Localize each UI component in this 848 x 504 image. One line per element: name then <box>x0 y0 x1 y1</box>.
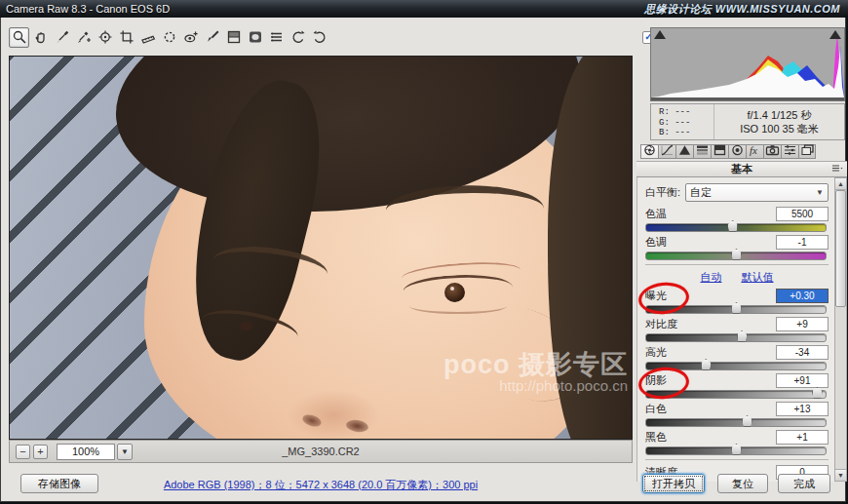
tool-spot-removal-button[interactable] <box>159 27 179 48</box>
tint-slider-thumb[interactable] <box>731 249 742 260</box>
shadows-slider-track[interactable] <box>645 390 827 399</box>
effects-tab-icon: fx <box>748 144 762 159</box>
slider-row-temperature: 色温 5500 <box>645 207 829 232</box>
panel-tabs: fx <box>640 144 816 159</box>
tool-red-eye-button[interactable] <box>180 27 201 48</box>
slider-row-whites: 白色 +13 <box>645 402 829 427</box>
slider-row-tint: 色调 -1 <box>645 235 829 260</box>
tab-tone-curve[interactable] <box>658 144 675 159</box>
exif-info-box: R: --- G: --- B: --- f/1.4 1/125 秒 ISO 1… <box>650 103 845 140</box>
contrast-value-field[interactable]: +9 <box>776 317 829 331</box>
histogram-plot <box>651 28 844 100</box>
exposure-value-field[interactable]: +0.30 <box>776 289 829 303</box>
tint-value-field[interactable]: -1 <box>776 235 829 250</box>
histogram[interactable] <box>650 27 845 101</box>
tool-zoom-button[interactable] <box>9 27 29 48</box>
zoom-level-field[interactable]: 100% <box>57 444 115 460</box>
straighten-icon <box>140 29 156 45</box>
tool-straighten-button[interactable] <box>137 27 158 48</box>
exif-readout: f/1.4 1/125 秒 ISO 100 35 毫米 <box>714 104 844 139</box>
shadows-value-field[interactable]: +91 <box>776 373 829 388</box>
tool-crop-button[interactable] <box>116 27 136 48</box>
white-balance-value: 自定 <box>690 185 712 200</box>
whites-value-field[interactable]: +13 <box>776 402 829 416</box>
highlights-slider-track[interactable] <box>645 362 827 370</box>
tool-graduated-filter-button[interactable] <box>223 27 244 48</box>
reset-button[interactable]: 复位 <box>717 474 768 493</box>
blacks-slider-track[interactable] <box>645 446 827 455</box>
tab-split-toning[interactable] <box>711 144 728 159</box>
whites-slider-track[interactable] <box>645 418 827 427</box>
tool-white-balance-button[interactable] <box>52 27 72 48</box>
tab-snapshots[interactable] <box>798 144 816 159</box>
scrollbar-thumb[interactable] <box>835 190 846 307</box>
rgb-readout: R: --- G: --- B: --- <box>651 104 714 139</box>
tool-targeted-adjustment-button[interactable] <box>95 27 115 48</box>
tool-rotate-right-button[interactable] <box>309 27 329 48</box>
white-balance-select[interactable]: 自定 ▼ <box>685 183 829 202</box>
divider <box>645 264 829 265</box>
open-copy-button[interactable]: 打开拷贝 <box>642 474 705 493</box>
photo-nose-shadow <box>287 390 380 440</box>
tab-lens-corrections[interactable] <box>728 144 746 159</box>
tool-hand-button[interactable] <box>30 27 51 48</box>
whites-slider-thumb[interactable] <box>742 415 752 427</box>
toolbar: ✓ 预览 <box>9 24 652 50</box>
magnifier-icon <box>12 29 27 45</box>
panel-header: 基本 <box>636 161 847 177</box>
highlight-clipping-indicator[interactable] <box>829 30 841 39</box>
image-canvas[interactable]: poco 摄影专区 http://photo.poco.cn <box>9 56 633 440</box>
exposure-slider-track[interactable] <box>645 305 827 314</box>
tool-radial-filter-button[interactable] <box>245 27 265 48</box>
zoom-level-dropdown[interactable]: ▼ <box>117 444 133 460</box>
tool-color-sampler-button[interactable] <box>73 27 94 48</box>
white-balance-eyedropper-icon <box>55 29 70 45</box>
tool-preferences-button[interactable] <box>266 27 287 48</box>
tool-adjustment-brush-button[interactable] <box>202 27 222 48</box>
white-balance-label: 白平衡: <box>645 185 680 200</box>
panel-menu-icon[interactable] <box>831 164 843 175</box>
highlights-slider-thumb[interactable] <box>701 359 712 370</box>
zoom-in-button[interactable]: + <box>33 445 48 459</box>
tab-presets[interactable] <box>781 144 798 159</box>
slider-row-blacks: 黑色 +1 <box>645 430 829 455</box>
blacks-slider-thumb[interactable] <box>731 444 742 455</box>
scroll-up-arrow[interactable]: ▲ <box>835 178 846 190</box>
tone-links-row: 自动 默认值 <box>645 270 829 285</box>
window-title: Camera Raw 8.3 - Canon EOS 6D <box>0 3 170 15</box>
slider-row-shadows: 阴影 +91 <box>645 373 829 399</box>
b-value: --- <box>675 128 690 137</box>
temperature-slider-thumb[interactable] <box>727 220 738 232</box>
tab-camera-calibration[interactable] <box>763 144 781 159</box>
temperature-slider-track[interactable] <box>645 223 827 232</box>
panel-scrollbar[interactable]: ▲ ▼ <box>834 177 847 482</box>
iso-focal-info: ISO 100 35 毫米 <box>714 122 844 136</box>
shadow-clipping-indicator[interactable] <box>654 30 666 39</box>
temperature-value-field[interactable]: 5500 <box>776 207 829 221</box>
divider <box>645 459 829 460</box>
zoom-out-button[interactable]: − <box>16 445 30 459</box>
blacks-value-field[interactable]: +1 <box>776 430 829 445</box>
tab-effects[interactable]: fx <box>746 144 763 159</box>
exposure-slider-thumb[interactable] <box>731 302 742 314</box>
tool-rotate-left-button[interactable] <box>288 27 308 48</box>
wb-sliders-group: 色温 5500 色调 -1 <box>645 207 829 260</box>
window-titlebar[interactable]: Camera Raw 8.3 - Canon EOS 6D 思缘设计论坛 WWW… <box>0 0 848 18</box>
contrast-slider-thumb[interactable] <box>737 330 748 342</box>
contrast-slider-track[interactable] <box>645 333 827 342</box>
default-link[interactable]: 默认值 <box>742 270 774 285</box>
tab-detail[interactable] <box>675 144 693 159</box>
tab-basic[interactable] <box>640 144 658 159</box>
done-button[interactable]: 完成 <box>778 474 830 493</box>
tone-curve-tab-icon <box>660 144 675 159</box>
highlights-value-field[interactable]: -34 <box>776 345 829 360</box>
shadows-slider-thumb[interactable] <box>812 387 823 399</box>
spot-removal-icon <box>162 29 177 45</box>
temperature-label: 色温 <box>645 207 667 221</box>
auto-link[interactable]: 自动 <box>701 270 722 285</box>
camera-raw-window: Camera Raw 8.3 - Canon EOS 6D 思缘设计论坛 WWW… <box>0 0 848 504</box>
photo-watermark: poco 摄影专区 http://photo.poco.cn <box>443 351 628 394</box>
tab-hsl-grayscale[interactable] <box>693 144 711 159</box>
tint-slider-track[interactable] <box>645 252 827 260</box>
workflow-options-link[interactable]: Adobe RGB (1998)；8 位；5472 x 3648 (20.0 百… <box>9 478 633 492</box>
